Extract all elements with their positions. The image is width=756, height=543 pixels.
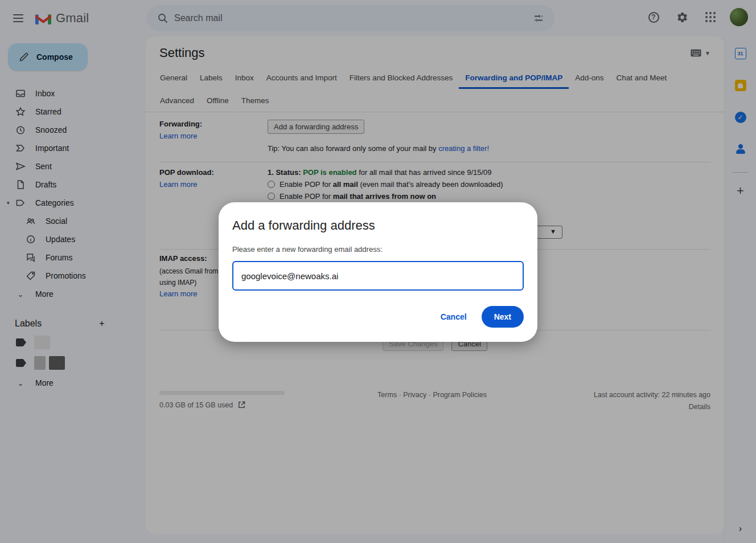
dialog-prompt: Please enter a new forwarding email addr… [232, 245, 524, 254]
add-forwarding-address-dialog: Add a forwarding address Please enter a … [219, 202, 537, 342]
dialog-next-button[interactable]: Next [482, 306, 524, 328]
forwarding-email-input[interactable] [232, 261, 524, 291]
dialog-title: Add a forwarding address [232, 218, 524, 233]
dialog-cancel-button[interactable]: Cancel [441, 312, 467, 321]
